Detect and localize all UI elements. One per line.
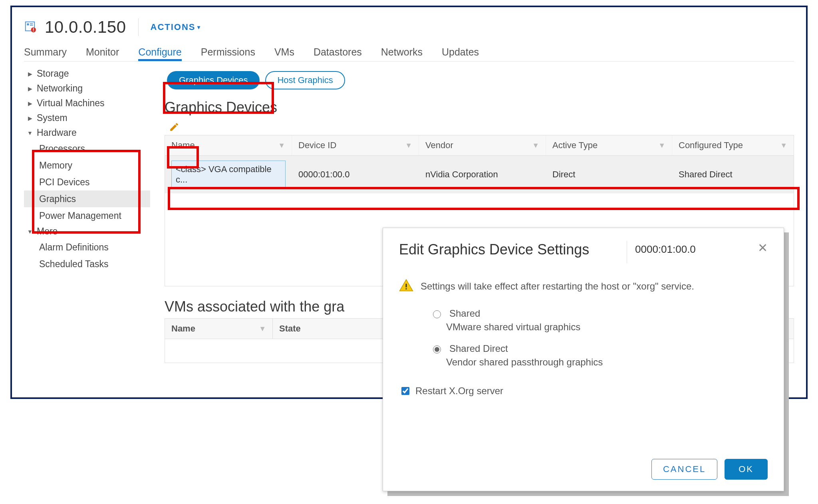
dialog-header: Edit Graphics Device Settings 0000:01:00… xyxy=(399,241,768,263)
col-header-name[interactable]: Name▼ xyxy=(165,319,273,339)
sub-tabs: Graphics Devices Host Graphics xyxy=(165,69,794,92)
dialog-title: Edit Graphics Device Settings xyxy=(399,241,627,258)
main-tabs: Summary Monitor Configure Permissions VM… xyxy=(24,37,794,62)
sidebar-label: Storage xyxy=(37,68,69,79)
header-label: Name xyxy=(171,140,195,151)
sidebar-item-system[interactable]: ▶System xyxy=(24,111,150,125)
configure-sidebar: ▶Storage ▶Networking ▶Virtual Machines ▶… xyxy=(24,62,150,363)
cell-value: <class> VGA compatible c... xyxy=(171,161,286,189)
filter-icon[interactable]: ▼ xyxy=(780,141,787,150)
sidebar-item-scheduled-tasks[interactable]: Scheduled Tasks xyxy=(24,256,150,272)
sidebar-item-graphics[interactable]: Graphics xyxy=(24,190,150,207)
arrow-down-icon: ▼ xyxy=(26,130,34,136)
svg-rect-1 xyxy=(27,24,29,26)
arrow-right-icon: ▶ xyxy=(26,100,34,107)
actions-label: ACTIONS xyxy=(151,22,196,32)
sidebar-item-hardware[interactable]: ▼Hardware xyxy=(24,125,150,140)
option-title: Shared xyxy=(449,308,480,319)
option-desc: Vendor shared passthrough graphics xyxy=(431,354,768,368)
grid-toolbar xyxy=(165,119,794,135)
sidebar-label: System xyxy=(37,113,68,123)
radio-shared[interactable] xyxy=(433,310,441,318)
option-desc: VMware shared virtual graphics xyxy=(431,319,768,333)
sidebar-item-virtual-machines[interactable]: ▶Virtual Machines xyxy=(24,96,150,111)
close-icon: ✕ xyxy=(758,241,768,254)
sidebar-item-alarm-definitions[interactable]: Alarm Definitions xyxy=(24,239,150,256)
header-label: Device ID xyxy=(298,140,336,151)
page-header: 10.0.0.150 ACTIONS ▾ xyxy=(24,18,794,37)
header-label: Active Type xyxy=(552,140,598,151)
arrow-right-icon: ▶ xyxy=(26,85,34,92)
host-icon xyxy=(24,20,36,34)
table-row[interactable]: <class> VGA compatible c... 0000:01:00.0… xyxy=(165,156,794,193)
svg-rect-3 xyxy=(30,25,33,26)
grid-header: Name▼ Device ID▼ Vendor▼ Active Type▼ Co… xyxy=(165,135,794,156)
sidebar-item-pci-devices[interactable]: PCI Devices xyxy=(24,174,150,190)
sidebar-item-networking[interactable]: ▶Networking xyxy=(24,81,150,96)
tab-vms[interactable]: VMs xyxy=(274,46,294,61)
chevron-down-icon: ▾ xyxy=(197,24,201,30)
tab-networks[interactable]: Networks xyxy=(381,46,423,61)
warning-icon xyxy=(399,278,413,294)
warning-row: Settings will take effect after restarti… xyxy=(399,263,768,306)
header-label: Name xyxy=(171,323,195,334)
cell-vendor: nVidia Corporation xyxy=(419,156,546,193)
pencil-icon xyxy=(169,122,179,132)
svg-rect-2 xyxy=(30,24,33,24)
tab-datastores[interactable]: Datastores xyxy=(314,46,362,61)
host-title: 10.0.0.150 xyxy=(45,18,126,37)
filter-icon[interactable]: ▼ xyxy=(259,325,266,333)
header-label: State xyxy=(279,323,301,334)
svg-rect-8 xyxy=(406,288,407,290)
sidebar-item-memory[interactable]: Memory xyxy=(24,157,150,174)
filter-icon[interactable]: ▼ xyxy=(405,141,412,150)
divider xyxy=(627,241,627,263)
header-label: Configured Type xyxy=(679,140,743,151)
option-title: Shared Direct xyxy=(449,343,508,354)
filter-icon[interactable]: ▼ xyxy=(658,141,665,150)
tab-graphics-devices[interactable]: Graphics Devices xyxy=(167,71,260,89)
radio-shared-direct[interactable] xyxy=(433,345,441,353)
tab-host-graphics[interactable]: Host Graphics xyxy=(265,71,345,89)
restart-xorg-row[interactable]: Restart X.Org server xyxy=(399,376,768,397)
option-shared[interactable]: Shared VMware shared virtual graphics xyxy=(399,306,768,341)
edit-graphics-device-dialog: Edit Graphics Device Settings 0000:01:00… xyxy=(383,228,784,491)
col-header-configured-type[interactable]: Configured Type▼ xyxy=(672,135,794,155)
sidebar-item-storage[interactable]: ▶Storage xyxy=(24,66,150,81)
tab-summary[interactable]: Summary xyxy=(24,46,67,61)
warning-text: Settings will take effect after restarti… xyxy=(421,281,694,292)
divider xyxy=(138,18,139,36)
sidebar-item-processors[interactable]: Processors xyxy=(24,140,150,157)
tab-permissions[interactable]: Permissions xyxy=(201,46,255,61)
tab-updates[interactable]: Updates xyxy=(442,46,479,61)
edit-button[interactable] xyxy=(168,121,181,133)
sidebar-label: Networking xyxy=(37,83,83,94)
cell-name: <class> VGA compatible c... xyxy=(165,156,292,193)
svg-rect-7 xyxy=(406,284,407,288)
actions-menu[interactable]: ACTIONS ▾ xyxy=(151,22,201,32)
section-title: Graphics Devices xyxy=(165,92,794,119)
sidebar-item-more[interactable]: ▼More xyxy=(24,224,150,239)
arrow-down-icon: ▼ xyxy=(26,228,34,235)
tab-monitor[interactable]: Monitor xyxy=(86,46,119,61)
checkbox-restart-xorg[interactable] xyxy=(401,387,409,395)
cancel-button[interactable]: CANCEL xyxy=(651,459,717,480)
sidebar-label: Hardware xyxy=(37,127,77,138)
close-button[interactable]: ✕ xyxy=(753,241,768,255)
arrow-right-icon: ▶ xyxy=(26,115,34,121)
option-shared-direct[interactable]: Shared Direct Vendor shared passthrough … xyxy=(399,341,768,376)
filter-icon[interactable]: ▼ xyxy=(532,141,539,150)
col-header-device-id[interactable]: Device ID▼ xyxy=(292,135,419,155)
cell-device-id: 0000:01:00.0 xyxy=(292,156,419,193)
cell-configured-type: Shared Direct xyxy=(672,156,794,193)
col-header-name[interactable]: Name▼ xyxy=(165,135,292,155)
sidebar-label: More xyxy=(37,226,58,237)
filter-icon[interactable]: ▼ xyxy=(278,141,285,150)
svg-rect-5 xyxy=(33,28,34,30)
col-header-vendor[interactable]: Vendor▼ xyxy=(419,135,546,155)
col-header-active-type[interactable]: Active Type▼ xyxy=(546,135,672,155)
cell-active-type: Direct xyxy=(546,156,672,193)
tab-configure[interactable]: Configure xyxy=(138,46,181,61)
ok-button[interactable]: OK xyxy=(725,459,768,480)
sidebar-item-power-management[interactable]: Power Management xyxy=(24,207,150,224)
